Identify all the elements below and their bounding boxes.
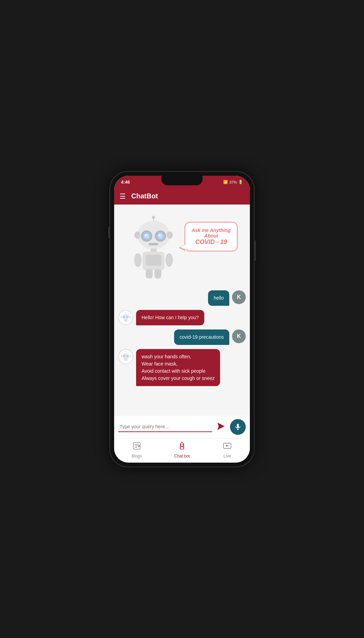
svg-point-27: [121, 316, 122, 318]
live-icon: [223, 441, 232, 452]
svg-rect-42: [124, 358, 128, 361]
hamburger-icon[interactable]: ☰: [120, 192, 126, 200]
bot-avatar: [118, 310, 133, 325]
svg-point-36: [123, 355, 125, 357]
svg-point-10: [159, 234, 160, 236]
app-header: ☰ ChatBot: [114, 188, 250, 205]
svg-point-39: [130, 355, 131, 357]
battery-icon: 🔋: [238, 180, 243, 184]
svg-point-37: [127, 355, 128, 357]
input-bar: [114, 415, 250, 438]
notch: [161, 176, 203, 185]
svg-rect-19: [146, 269, 153, 278]
svg-point-52: [180, 444, 181, 445]
mic-icon: [234, 423, 242, 431]
blogs-icon: [132, 441, 141, 452]
svg-rect-44: [237, 424, 239, 427]
battery-text: 37%: [229, 180, 237, 184]
svg-point-17: [134, 253, 142, 267]
svg-rect-11: [149, 243, 158, 245]
message-row: Hello! How can I help you?: [118, 310, 246, 325]
chatbot-icon: [178, 441, 186, 452]
blogs-label: Blogs: [132, 454, 142, 459]
status-time: 4:46: [121, 179, 130, 185]
app-title: ChatBot: [131, 192, 158, 200]
user-message-bubble: hello: [208, 290, 229, 306]
message-row: hello K: [118, 290, 246, 306]
svg-point-7: [144, 233, 149, 239]
user-avatar: K: [232, 329, 246, 343]
svg-point-38: [121, 355, 122, 357]
svg-point-8: [158, 233, 163, 239]
svg-point-18: [166, 253, 173, 267]
svg-point-26: [127, 316, 128, 317]
user-message-bubble: covid-19 precautions: [174, 329, 229, 345]
message-row: covid-19 precautions K: [118, 329, 246, 345]
mic-button[interactable]: [230, 419, 246, 435]
chatbot-label: Chat bot: [174, 454, 190, 459]
bot-message-bubble: Hello! How can I help you?: [136, 310, 204, 325]
svg-marker-60: [226, 444, 229, 447]
chat-area: Ask me Anything About COVID - 19 hello K: [114, 205, 250, 415]
svg-rect-16: [146, 255, 161, 266]
robot-illustration: [126, 215, 181, 283]
message-row: wash your hands often,Wear face mask,Avo…: [118, 349, 246, 386]
bubble-line1: Ask me Anything: [192, 228, 231, 233]
svg-point-25: [123, 316, 125, 317]
svg-point-12: [134, 231, 141, 239]
speech-bubble: Ask me Anything About COVID - 19: [184, 222, 238, 252]
bottom-nav: Blogs Chat bot: [114, 438, 250, 463]
nav-item-live[interactable]: Live: [205, 441, 250, 459]
svg-point-55: [182, 441, 182, 442]
svg-point-30: [125, 312, 126, 313]
svg-marker-43: [218, 423, 225, 430]
svg-point-9: [145, 234, 147, 236]
svg-point-28: [130, 316, 131, 318]
nav-item-blogs[interactable]: Blogs: [114, 441, 159, 459]
live-label: Live: [223, 454, 231, 459]
send-icon: [216, 421, 226, 431]
phone-screen: 4:46 📶 37% 🔋 ☰ ChatBot: [114, 176, 250, 463]
messages-list: hello K: [118, 290, 246, 389]
bot-message-bubble: wash your hands often,Wear face mask,Avo…: [136, 349, 220, 386]
message-input[interactable]: [118, 422, 212, 432]
robot-hero: Ask me Anything About COVID - 19: [118, 208, 246, 290]
svg-point-53: [183, 444, 184, 445]
svg-point-1: [152, 216, 155, 219]
nav-item-chatbot[interactable]: Chat bot: [159, 441, 205, 459]
svg-point-13: [167, 231, 173, 239]
phone-frame: 4:46 📶 37% 🔋 ☰ ChatBot: [110, 172, 254, 467]
bubble-line3: COVID - 19: [192, 239, 231, 246]
status-icons: 📶 37% 🔋: [223, 180, 243, 184]
send-button[interactable]: [215, 420, 227, 433]
svg-point-41: [125, 351, 126, 352]
user-avatar: K: [232, 290, 246, 304]
signal-icon: 📶: [223, 180, 228, 184]
svg-rect-31: [124, 319, 128, 322]
svg-rect-20: [155, 269, 161, 278]
bot-avatar: [118, 349, 133, 364]
bubble-line2: About: [192, 233, 231, 239]
